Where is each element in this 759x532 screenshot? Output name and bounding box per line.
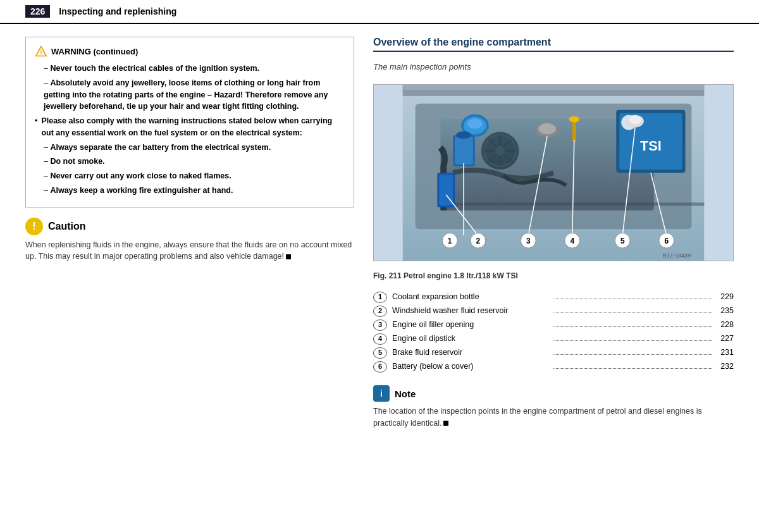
warning-item-2: Absolutely avoid any jewellery, loose it… — [35, 77, 345, 113]
content-area: ! WARNING (continued) Never touch the el… — [0, 24, 759, 532]
engine-diagram: TSI — [373, 84, 734, 261]
parts-item-2: 2 Windshield washer fluid reservoir 235 — [373, 304, 734, 317]
note-text: The location of the inspection points in… — [373, 405, 734, 430]
svg-text:!: ! — [40, 49, 42, 56]
parts-dots-2 — [553, 312, 712, 313]
warning-header: ! WARNING (continued) — [35, 45, 345, 58]
parts-name-2: Windshield washer fluid reservoir — [392, 304, 551, 317]
svg-text:3: 3 — [526, 237, 531, 245]
parts-num-1: 1 — [373, 292, 387, 303]
page-number: 226 — [25, 5, 50, 18]
parts-name-5: Brake fluid reservoir — [392, 346, 551, 359]
page-header: 226 Inspecting and replenishing — [0, 0, 759, 24]
svg-text:2: 2 — [476, 237, 481, 245]
parts-item-5: 5 Brake fluid reservoir 231 — [373, 346, 734, 359]
parts-num-2: 2 — [373, 306, 387, 317]
parts-dots-5 — [553, 354, 712, 355]
svg-rect-15 — [455, 137, 473, 164]
parts-num-3: 3 — [373, 319, 387, 331]
section-title: Overview of the engine compartment — [373, 37, 734, 52]
parts-page-4: 227 — [715, 332, 734, 345]
warning-sub-4: Always keep a working fire extinguisher … — [35, 185, 345, 197]
section-subtitle: The main inspection points — [373, 62, 734, 71]
warning-triangle-icon: ! — [35, 45, 47, 58]
parts-dots-1 — [553, 299, 712, 299]
warning-item-3: Please also comply with the warning inst… — [35, 115, 345, 139]
caution-title: Caution — [48, 221, 86, 232]
svg-point-16 — [456, 131, 471, 139]
right-column: Overview of the engine compartment The m… — [373, 37, 734, 519]
parts-name-6: Battery (below a cover) — [392, 360, 551, 373]
parts-item-4: 4 Engine oil dipstick 227 — [373, 332, 734, 345]
note-box: i Note The location of the inspection po… — [373, 385, 734, 430]
warning-sub-1: Always separate the car battery from the… — [35, 142, 345, 154]
note-icon: i — [373, 385, 390, 402]
svg-text:TSI: TSI — [640, 138, 662, 154]
svg-text:4: 4 — [570, 237, 574, 245]
svg-text:5: 5 — [620, 237, 625, 245]
svg-point-20 — [569, 116, 579, 123]
svg-rect-19 — [572, 120, 576, 142]
svg-point-22 — [629, 116, 641, 125]
parts-page-6: 232 — [715, 360, 734, 373]
page-header-title: Inspecting and replenishing — [59, 6, 176, 16]
left-column: ! WARNING (continued) Never touch the el… — [25, 37, 354, 519]
caution-icon: ! — [25, 218, 43, 235]
warning-label: WARNING (continued) — [51, 47, 138, 56]
parts-item-3: 3 Engine oil filler opening 228 — [373, 318, 734, 331]
parts-page-1: 229 — [715, 290, 734, 303]
svg-point-29 — [495, 145, 505, 156]
note-header: i Note — [373, 385, 734, 402]
parts-num-5: 5 — [373, 347, 387, 359]
warning-box: ! WARNING (continued) Never touch the el… — [25, 37, 354, 207]
parts-name-4: Engine oil dipstick — [392, 332, 551, 345]
parts-num-6: 6 — [373, 361, 387, 373]
parts-item-6: 6 Battery (below a cover) 232 — [373, 360, 734, 373]
caution-text: When replenishing fluids in the engine, … — [25, 239, 354, 263]
svg-rect-4 — [403, 85, 705, 90]
parts-name-3: Engine oil filler opening — [392, 318, 551, 331]
parts-dots-3 — [553, 326, 712, 327]
caution-header: ! Caution — [25, 218, 354, 235]
svg-text:1: 1 — [448, 237, 452, 245]
diagram-caption-text: Fig. 211 Petrol engine 1.8 ltr./118 kW T… — [373, 271, 518, 280]
page-container: 226 Inspecting and replenishing ! WARNIN… — [0, 0, 759, 532]
parts-list: 1 Coolant expansion bottle 229 2 Windshi… — [373, 290, 734, 373]
diagram-caption: Fig. 211 Petrol engine 1.8 ltr./118 kW T… — [373, 271, 734, 280]
parts-name-1: Coolant expansion bottle — [392, 290, 551, 303]
svg-point-13 — [467, 119, 483, 129]
svg-text:B1Z-0343H: B1Z-0343H — [663, 252, 692, 259]
svg-text:6: 6 — [664, 237, 669, 245]
warning-content: Never touch the electrical cables of the… — [35, 63, 345, 197]
parts-dots-6 — [553, 368, 712, 369]
parts-page-3: 228 — [715, 318, 734, 331]
parts-page-2: 235 — [715, 304, 734, 317]
warning-sub-3: Never carry out any work close to naked … — [35, 170, 345, 182]
parts-num-4: 4 — [373, 333, 387, 345]
warning-sub-2: Do not smoke. — [35, 156, 345, 168]
parts-dots-4 — [553, 340, 712, 341]
warning-item-1: Never touch the electrical cables of the… — [35, 63, 345, 75]
parts-item-1: 1 Coolant expansion bottle 229 — [373, 290, 734, 303]
caution-section: ! Caution When replenishing fluids in th… — [25, 218, 354, 263]
note-title: Note — [395, 388, 416, 399]
parts-page-5: 231 — [715, 346, 734, 359]
svg-point-18 — [538, 123, 556, 135]
